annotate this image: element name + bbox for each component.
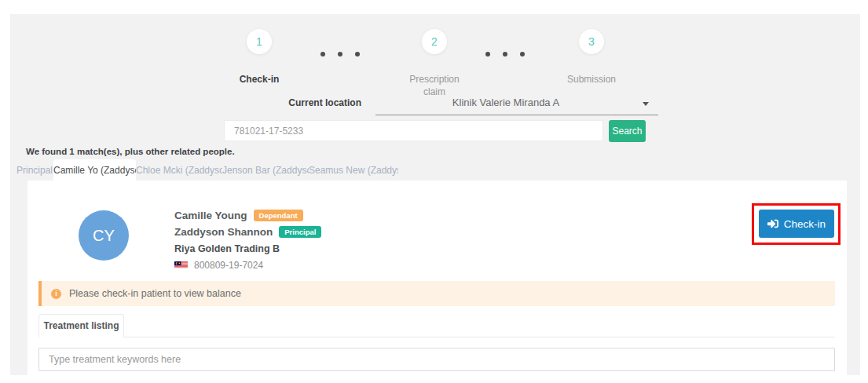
tab-chloe-mcki[interactable]: Chloe Mcki (Zaddyson S) (136, 160, 222, 181)
treatment-tabbar-divider (38, 337, 835, 337)
tab-principal[interactable]: Principal (16, 160, 53, 181)
results-summary: We found 1 match(es), plus other related… (26, 147, 235, 156)
location-select[interactable]: Klinik Valerie Miranda A (375, 93, 658, 115)
tab-jenson-bar[interactable]: Jenson Bar (Zaddyson S) (222, 160, 309, 181)
current-location-label: Current location (236, 97, 361, 108)
tab-treatment-listing[interactable]: Treatment listing (38, 314, 124, 337)
step-3-circle: 3 (579, 29, 604, 54)
notice-text: Please check-in patient to view balance (69, 288, 241, 299)
avatar: CY (79, 210, 129, 261)
patient-search-input[interactable] (224, 120, 603, 141)
company-name: Riya Golden Trading B (174, 243, 280, 254)
chevron-down-icon (643, 102, 649, 106)
patient-name: Camille Young (174, 210, 247, 221)
principal-name: Zaddyson Shannon (174, 226, 273, 238)
search-button[interactable]: Search (609, 120, 646, 142)
step-3-label: Submission (544, 74, 639, 86)
checkin-page: 1 Check-in 2 Prescription claim 3 Submis… (0, 0, 868, 383)
check-in-button-label: Check-in (784, 218, 826, 230)
step-1-label: Check-in (212, 74, 306, 86)
malaysia-flag-icon (174, 261, 188, 269)
patient-panel (27, 181, 847, 375)
step-separator-dots (485, 52, 525, 57)
tab-seamus-new[interactable]: Seamus New (Zaddyson S) (309, 160, 398, 181)
dependant-badge: Dependant (254, 210, 303, 221)
balance-notice: i Please check-in patient to view balanc… (38, 281, 835, 306)
treatment-keyword-input[interactable] (38, 348, 835, 371)
tab-camille-yo[interactable]: Camille Yo (Zaddyson S) (53, 159, 136, 181)
sign-in-icon (767, 218, 778, 229)
step-2-circle: 2 (422, 29, 447, 54)
patient-nric: 800809-19-7024 (194, 260, 263, 271)
step-1-circle: 1 (247, 29, 272, 54)
patient-info: Camille Young Dependant Zaddyson Shannon… (174, 207, 321, 273)
principal-badge: Principal (279, 226, 321, 238)
info-icon: i (51, 289, 61, 299)
check-in-button[interactable]: Check-in (759, 210, 834, 238)
step-separator-dots (320, 52, 360, 57)
location-selected-value: Klinik Valerie Miranda A (375, 93, 658, 113)
